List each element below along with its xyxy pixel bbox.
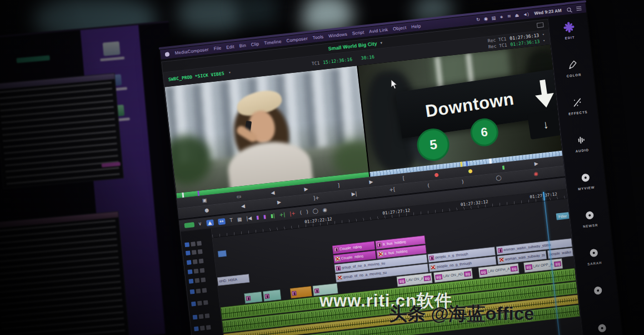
- eq-effect-icon[interactable]: EQ: [554, 261, 561, 267]
- menu-item-file[interactable]: File: [213, 46, 222, 51]
- timeline-tool-button[interactable]: +|: [279, 212, 286, 218]
- transport-button[interactable]: ◉: [533, 171, 538, 177]
- track-record-button[interactable]: [194, 326, 199, 331]
- window-layout-icon[interactable]: [537, 22, 544, 28]
- transport-button[interactable]: (: [427, 183, 430, 188]
- track-lock-button[interactable]: [201, 278, 206, 283]
- menu-item-object[interactable]: Object: [393, 25, 407, 32]
- sync-icon[interactable]: ↻: [476, 17, 481, 22]
- menu-item-composer[interactable]: Composer: [286, 36, 308, 43]
- apple-menu-icon[interactable]: [164, 52, 169, 57]
- track-record-button[interactable]: [189, 279, 194, 284]
- sidebar-item-myview[interactable]: MYVIEW: [576, 171, 597, 209]
- eq-effect-icon[interactable]: EQ: [464, 271, 471, 277]
- track-lock-button[interactable]: [200, 268, 205, 273]
- eject-icon[interactable]: ⏏: [515, 13, 520, 18]
- track-monitor-button[interactable]: [197, 300, 202, 306]
- transport-button[interactable]: ▶: [534, 161, 538, 167]
- track-record-button[interactable]: [187, 260, 192, 265]
- track-lock-button[interactable]: [197, 241, 202, 246]
- timeline-tool-button[interactable]: ▮: [263, 214, 267, 219]
- track-monitor-button[interactable]: [199, 314, 204, 319]
- bin-window[interactable]: [0, 211, 129, 335]
- sidebar-item-color[interactable]: COLOR: [565, 58, 583, 96]
- timeline-clip[interactable]: [263, 289, 282, 302]
- chevron-down-icon[interactable]: ▾: [542, 32, 545, 38]
- avid-link-icon[interactable]: ◉: [483, 16, 488, 22]
- track-lock-button[interactable]: [198, 249, 203, 254]
- sidebar-item-sarah[interactable]: SARAH: [586, 246, 604, 284]
- transport-button[interactable]: ▶: [277, 200, 281, 205]
- transport-button[interactable]: ◀: [271, 190, 275, 196]
- timeline-tool-button[interactable]: ◉: [322, 208, 327, 213]
- sidebar-item-workspace[interactable]: [591, 284, 607, 322]
- bin-clip-rows[interactable]: [0, 220, 126, 335]
- track-monitor-button[interactable]: [196, 288, 201, 293]
- timeline-tool-button[interactable]: |+: [289, 211, 296, 216]
- bluetooth-icon[interactable]: ∗: [500, 14, 504, 20]
- menu-item-tools[interactable]: Tools: [312, 35, 324, 41]
- timeline-tool-button[interactable]: (: [299, 210, 302, 215]
- record-monitor[interactable]: Downtown 5 6 ↓: [358, 45, 562, 172]
- sidebar-item-effects[interactable]: EFFECTS: [567, 95, 590, 134]
- track-record-button[interactable]: [184, 242, 189, 247]
- track-record-button[interactable]: [190, 289, 195, 294]
- sidebar-item-newsr[interactable]: NEWSR: [581, 209, 600, 247]
- track-lock-button[interactable]: [206, 325, 211, 330]
- menu-bar-clock[interactable]: Wed 9:23 AM: [534, 8, 562, 16]
- timeline-tool-button[interactable]: ▮: [256, 215, 259, 220]
- menu-item-edit[interactable]: Edit: [226, 44, 234, 50]
- menu-item-timeline[interactable]: Timeline: [264, 39, 282, 46]
- eq-effect-icon[interactable]: EQ: [424, 275, 431, 281]
- hard-drive-icon[interactable]: [102, 41, 120, 56]
- menu-item-avid-link[interactable]: Avid Link: [369, 27, 388, 35]
- volume-icon[interactable]: ◄): [523, 12, 530, 17]
- track-record-button[interactable]: [186, 250, 191, 255]
- eq-effect-icon[interactable]: EQ: [398, 278, 406, 284]
- chevron-down-icon[interactable]: ▾: [380, 41, 382, 45]
- menu-item-help[interactable]: Help: [411, 23, 421, 29]
- menu-item-bin[interactable]: Bin: [239, 43, 246, 48]
- clip-color-chip[interactable]: [184, 222, 194, 228]
- spotlight-search-icon[interactable]: [567, 7, 571, 12]
- eq-effect-icon[interactable]: EQ: [511, 266, 518, 272]
- track-lock-button[interactable]: [204, 313, 209, 318]
- eq-effect-icon[interactable]: EQ: [480, 269, 487, 275]
- sidebar-item-audio[interactable]: AUDIO: [574, 134, 591, 171]
- control-center-icon[interactable]: [576, 6, 582, 11]
- timeline-clip[interactable]: [218, 250, 227, 258]
- track-lock-button[interactable]: [199, 259, 204, 264]
- transport-button[interactable]: ]+: [313, 195, 319, 201]
- transport-button[interactable]: ◯: [496, 175, 502, 181]
- timeline-tool-button[interactable]: ∨: [198, 221, 202, 227]
- timeline-tool-button[interactable]: ▮|: [270, 213, 275, 219]
- menu-item-windows[interactable]: Windows: [328, 32, 348, 39]
- chevron-down-icon[interactable]: ▾: [228, 70, 231, 75]
- timeline-tool-button[interactable]: ▲: [206, 219, 214, 226]
- transport-button[interactable]: ◀: [241, 204, 246, 209]
- track-monitor-button[interactable]: [194, 269, 199, 274]
- transport-button[interactable]: ]: [337, 183, 340, 188]
- eq-effect-icon[interactable]: EQ: [525, 264, 532, 270]
- transport-button[interactable]: ▶|: [351, 191, 357, 197]
- timeline-tool-button[interactable]: T: [229, 218, 233, 224]
- transport-button[interactable]: ●: [434, 172, 439, 178]
- transport-button[interactable]: ▮: [502, 165, 505, 170]
- track-monitor-button[interactable]: [193, 259, 198, 264]
- sidebar-item-edit[interactable]: EDIT: [562, 21, 578, 58]
- sidebar-item-workspace[interactable]: [595, 322, 611, 335]
- track-lock-button[interactable]: [202, 288, 207, 293]
- timeline-tool-button[interactable]: ▦: [237, 217, 242, 223]
- display-icon[interactable]: ▤: [491, 15, 496, 21]
- timeline-tool-button[interactable]: |◀: [246, 216, 252, 221]
- track-monitor-button[interactable]: [200, 326, 205, 331]
- transport-button[interactable]: [: [402, 176, 405, 181]
- track-monitor-button[interactable]: [191, 242, 196, 247]
- track-record-button[interactable]: [188, 269, 193, 274]
- track-record-button[interactable]: [191, 301, 196, 306]
- wifi-icon[interactable]: ≋: [507, 13, 511, 19]
- playhead-marker[interactable]: [489, 159, 492, 164]
- transport-button[interactable]: +[: [389, 187, 396, 193]
- transport-button[interactable]: ▭: [236, 194, 241, 200]
- transport-button[interactable]: ▶: [369, 179, 373, 185]
